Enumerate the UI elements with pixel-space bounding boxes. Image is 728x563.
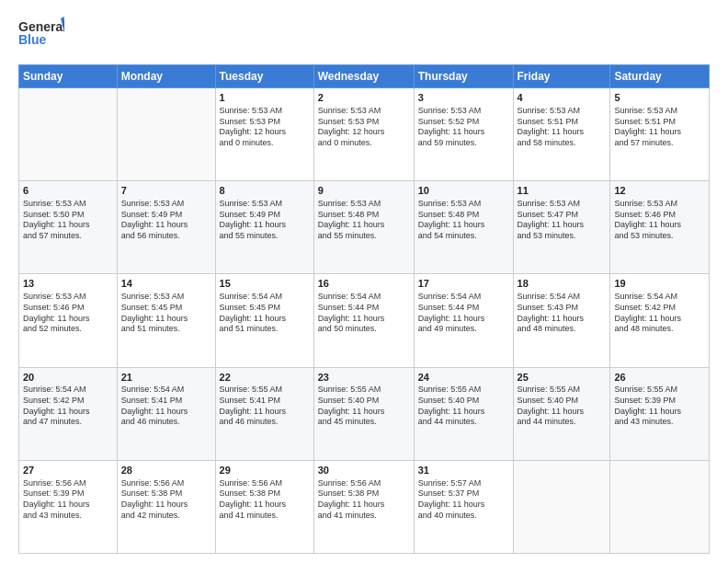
day-number: 23 [318,371,410,385]
cell-content: Sunrise: 5:56 AM Sunset: 5:38 PM Dayligh… [121,478,211,522]
calendar-cell: 19Sunrise: 5:54 AM Sunset: 5:42 PM Dayli… [610,274,710,367]
day-number: 25 [518,371,607,385]
calendar-week-row: 1Sunrise: 5:53 AM Sunset: 5:53 PM Daylig… [19,88,710,181]
day-header-monday: Monday [117,65,215,88]
day-number: 16 [318,277,410,291]
day-number: 8 [220,184,310,198]
calendar-week-row: 20Sunrise: 5:54 AM Sunset: 5:42 PM Dayli… [19,367,710,460]
day-number: 12 [614,184,705,198]
day-number: 9 [318,184,410,198]
day-number: 30 [318,464,410,477]
calendar-cell: 26Sunrise: 5:55 AM Sunset: 5:39 PM Dayli… [610,367,710,460]
day-number: 3 [418,91,509,105]
day-number: 4 [518,91,607,105]
calendar-cell: 15Sunrise: 5:54 AM Sunset: 5:45 PM Dayli… [215,274,313,367]
cell-content: Sunrise: 5:55 AM Sunset: 5:40 PM Dayligh… [418,385,509,428]
calendar-cell [610,460,710,553]
cell-content: Sunrise: 5:57 AM Sunset: 5:37 PM Dayligh… [418,478,509,522]
day-number: 11 [518,184,607,198]
cell-content: Sunrise: 5:54 AM Sunset: 5:44 PM Dayligh… [418,292,509,335]
day-number: 7 [121,184,211,198]
calendar-cell: 28Sunrise: 5:56 AM Sunset: 5:38 PM Dayli… [117,460,215,553]
day-number: 2 [318,91,410,105]
cell-content: Sunrise: 5:55 AM Sunset: 5:39 PM Dayligh… [614,385,705,428]
cell-content: Sunrise: 5:54 AM Sunset: 5:43 PM Dayligh… [518,292,607,335]
cell-content: Sunrise: 5:55 AM Sunset: 5:41 PM Dayligh… [220,385,310,428]
day-number: 27 [23,464,113,477]
calendar-cell: 22Sunrise: 5:55 AM Sunset: 5:41 PM Dayli… [215,367,313,460]
day-number: 10 [418,184,509,198]
day-header-friday: Friday [513,65,610,88]
header: General Blue [18,17,710,55]
day-number: 20 [23,371,113,385]
logo-svg-block: General Blue [18,17,64,55]
cell-content: Sunrise: 5:54 AM Sunset: 5:42 PM Dayligh… [23,385,113,428]
calendar-cell: 8Sunrise: 5:53 AM Sunset: 5:49 PM Daylig… [215,181,313,274]
day-number: 29 [220,464,310,477]
cell-content: Sunrise: 5:53 AM Sunset: 5:46 PM Dayligh… [614,199,705,242]
cell-content: Sunrise: 5:53 AM Sunset: 5:48 PM Dayligh… [318,199,410,242]
calendar-cell: 1Sunrise: 5:53 AM Sunset: 5:53 PM Daylig… [215,88,313,181]
cell-content: Sunrise: 5:55 AM Sunset: 5:40 PM Dayligh… [318,385,410,428]
day-header-sunday: Sunday [19,65,118,88]
calendar-table: SundayMondayTuesdayWednesdayThursdayFrid… [18,64,710,554]
cell-content: Sunrise: 5:56 AM Sunset: 5:39 PM Dayligh… [23,478,113,522]
calendar-cell: 10Sunrise: 5:53 AM Sunset: 5:48 PM Dayli… [414,181,513,274]
logo-svg: General Blue [18,17,64,52]
day-number: 22 [220,371,310,385]
cell-content: Sunrise: 5:53 AM Sunset: 5:49 PM Dayligh… [121,199,211,242]
day-number: 5 [614,91,705,105]
calendar-week-row: 13Sunrise: 5:53 AM Sunset: 5:46 PM Dayli… [19,274,710,367]
day-header-wednesday: Wednesday [313,65,414,88]
cell-content: Sunrise: 5:53 AM Sunset: 5:48 PM Dayligh… [418,199,509,242]
calendar-cell: 24Sunrise: 5:55 AM Sunset: 5:40 PM Dayli… [414,367,513,460]
calendar-cell: 29Sunrise: 5:56 AM Sunset: 5:38 PM Dayli… [215,460,313,553]
day-number: 31 [418,464,509,477]
cell-content: Sunrise: 5:54 AM Sunset: 5:42 PM Dayligh… [614,292,705,335]
cell-content: Sunrise: 5:56 AM Sunset: 5:38 PM Dayligh… [220,478,310,522]
day-number: 21 [121,371,211,385]
cell-content: Sunrise: 5:53 AM Sunset: 5:45 PM Dayligh… [121,292,211,335]
cell-content: Sunrise: 5:53 AM Sunset: 5:52 PM Dayligh… [418,106,509,149]
calendar-cell: 4Sunrise: 5:53 AM Sunset: 5:51 PM Daylig… [513,88,610,181]
cell-content: Sunrise: 5:54 AM Sunset: 5:41 PM Dayligh… [121,385,211,428]
day-number: 1 [220,91,310,105]
calendar-cell: 13Sunrise: 5:53 AM Sunset: 5:46 PM Dayli… [19,274,118,367]
calendar-cell: 20Sunrise: 5:54 AM Sunset: 5:42 PM Dayli… [19,367,118,460]
day-number: 17 [418,277,509,291]
calendar-header-row: SundayMondayTuesdayWednesdayThursdayFrid… [19,65,710,88]
cell-content: Sunrise: 5:53 AM Sunset: 5:53 PM Dayligh… [220,106,310,149]
calendar-cell [19,88,118,181]
cell-content: Sunrise: 5:55 AM Sunset: 5:40 PM Dayligh… [518,385,607,428]
day-number: 26 [614,371,705,385]
day-header-tuesday: Tuesday [215,65,313,88]
cell-content: Sunrise: 5:53 AM Sunset: 5:47 PM Dayligh… [518,199,607,242]
calendar-cell: 18Sunrise: 5:54 AM Sunset: 5:43 PM Dayli… [513,274,610,367]
calendar-cell [117,88,215,181]
calendar-cell: 3Sunrise: 5:53 AM Sunset: 5:52 PM Daylig… [414,88,513,181]
cell-content: Sunrise: 5:53 AM Sunset: 5:53 PM Dayligh… [318,106,410,149]
calendar-cell: 27Sunrise: 5:56 AM Sunset: 5:39 PM Dayli… [19,460,118,553]
logo: General Blue [18,17,64,55]
calendar-cell: 5Sunrise: 5:53 AM Sunset: 5:51 PM Daylig… [610,88,710,181]
day-number: 24 [418,371,509,385]
day-number: 15 [220,277,310,291]
calendar-cell: 2Sunrise: 5:53 AM Sunset: 5:53 PM Daylig… [313,88,414,181]
day-number: 14 [121,277,211,291]
cell-content: Sunrise: 5:54 AM Sunset: 5:45 PM Dayligh… [220,292,310,335]
day-header-saturday: Saturday [610,65,710,88]
day-number: 19 [614,277,705,291]
page: General Blue SundayMondayTuesdayWednesda… [0,0,728,563]
day-number: 28 [121,464,211,477]
day-number: 18 [518,277,607,291]
cell-content: Sunrise: 5:56 AM Sunset: 5:38 PM Dayligh… [318,478,410,522]
day-number: 6 [23,184,113,198]
calendar-cell: 17Sunrise: 5:54 AM Sunset: 5:44 PM Dayli… [414,274,513,367]
cell-content: Sunrise: 5:53 AM Sunset: 5:49 PM Dayligh… [220,199,310,242]
calendar-cell: 12Sunrise: 5:53 AM Sunset: 5:46 PM Dayli… [610,181,710,274]
calendar-cell: 31Sunrise: 5:57 AM Sunset: 5:37 PM Dayli… [414,460,513,553]
calendar-cell: 30Sunrise: 5:56 AM Sunset: 5:38 PM Dayli… [313,460,414,553]
calendar-cell: 25Sunrise: 5:55 AM Sunset: 5:40 PM Dayli… [513,367,610,460]
cell-content: Sunrise: 5:53 AM Sunset: 5:46 PM Dayligh… [23,292,113,335]
calendar-cell: 9Sunrise: 5:53 AM Sunset: 5:48 PM Daylig… [313,181,414,274]
